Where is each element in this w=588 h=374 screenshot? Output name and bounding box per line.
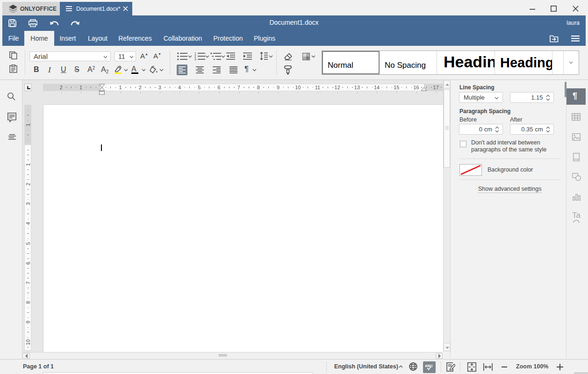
svg-text:3: 3	[194, 58, 196, 60]
svg-text:ABC: ABC	[425, 364, 433, 368]
